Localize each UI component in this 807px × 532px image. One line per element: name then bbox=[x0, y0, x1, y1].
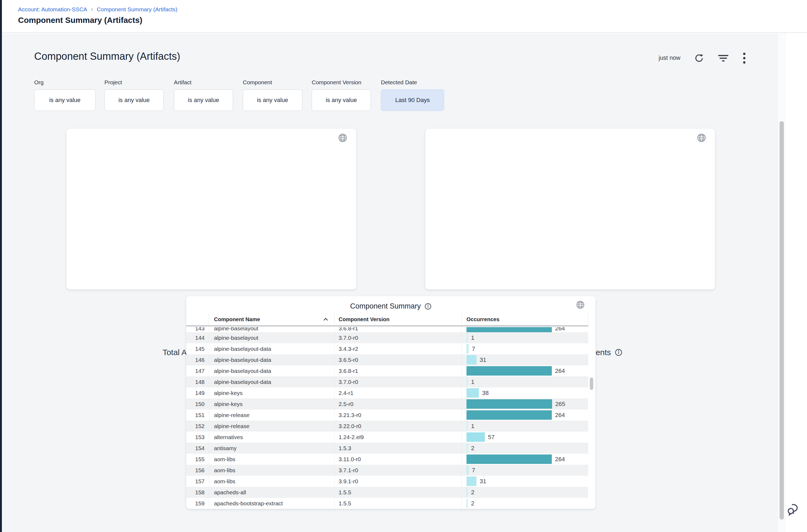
table-row[interactable]: 158apacheds-all1.5.52 bbox=[186, 487, 588, 498]
breadcrumb-page-link[interactable]: Component Summary (Artifacts) bbox=[97, 6, 177, 13]
component-version-column-header[interactable]: Component Version bbox=[334, 314, 462, 325]
dashboard-page: Account: Automation-SSCA › Component Sum… bbox=[0, 0, 807, 532]
component-name-cell: alpine-release bbox=[209, 410, 334, 420]
table-row[interactable]: 152alpine-release3.22.0-r01 bbox=[186, 420, 588, 432]
row-number-column-header bbox=[186, 314, 209, 325]
row-number: 149 bbox=[186, 387, 209, 398]
occurrence-bar bbox=[466, 454, 552, 464]
component-version-cell: 3.6.5-r0 bbox=[334, 354, 462, 365]
occurrence-bar bbox=[466, 499, 468, 508]
component-version-cell: 2.5-r0 bbox=[334, 398, 462, 410]
component-version-cell: 3.4.3-r2 bbox=[334, 343, 462, 354]
occurrences-cell: 264 bbox=[462, 365, 588, 376]
table-row[interactable]: 145alpine-baselayout-data3.4.3-r27 bbox=[186, 343, 588, 354]
filter-label-component-version: Component Version bbox=[312, 79, 361, 86]
occurrence-bar bbox=[466, 327, 552, 332]
occurrences-cell: 264 bbox=[462, 327, 588, 332]
occurrence-value: 264 bbox=[555, 365, 565, 376]
filter-value-component-version[interactable]: is any value bbox=[312, 89, 371, 111]
globe-icon[interactable] bbox=[697, 133, 706, 142]
filter-value-artifact[interactable]: is any value bbox=[174, 89, 233, 111]
component-name-cell: aom-libs bbox=[209, 476, 334, 487]
component-version-cell: 3.7.1-r0 bbox=[334, 465, 462, 476]
table-scrollbar-thumb[interactable] bbox=[590, 378, 593, 390]
kebab-menu-icon[interactable] bbox=[741, 52, 747, 64]
occurrences-column-header[interactable]: Occurrences bbox=[462, 314, 588, 325]
row-number: 143 bbox=[186, 327, 209, 332]
row-number: 159 bbox=[186, 498, 209, 509]
row-number: 151 bbox=[186, 410, 209, 420]
table-row[interactable]: 159apacheds-bootstrap-extract1.5.52 bbox=[186, 498, 588, 509]
component-summary-table-card: Component Summary Component Name bbox=[186, 296, 595, 509]
support-chat-icon[interactable] bbox=[786, 501, 801, 517]
occurrence-value: 57 bbox=[488, 432, 495, 443]
table-row[interactable]: 157aom-libs3.9.1-r031 bbox=[186, 476, 588, 487]
table-row[interactable]: 151alpine-release3.21.3-r0264 bbox=[186, 410, 588, 420]
row-number: 157 bbox=[186, 476, 209, 487]
table-row[interactable]: 154antisamy1.5.32 bbox=[186, 443, 588, 454]
component-version-cell: 3.11.0-r0 bbox=[334, 454, 462, 465]
occurrence-bar bbox=[466, 410, 552, 420]
globe-icon[interactable] bbox=[338, 133, 347, 142]
occurrences-cell: 31 bbox=[462, 476, 588, 487]
filter-label-project: Project bbox=[104, 79, 122, 86]
occurrence-bar bbox=[466, 333, 468, 342]
occurrence-value: 7 bbox=[472, 465, 475, 476]
table-row[interactable]: 150alpine-keys2.5-r0265 bbox=[186, 398, 588, 410]
refresh-icon[interactable] bbox=[694, 53, 704, 63]
occurrence-value: 264 bbox=[555, 327, 565, 332]
filter-value-detected-date[interactable]: Last 90 Days bbox=[381, 89, 444, 111]
dashboard-title: Component Summary (Artifacts) bbox=[34, 51, 180, 62]
info-icon[interactable] bbox=[424, 303, 431, 310]
page-scrollbar-thumb[interactable] bbox=[780, 121, 784, 519]
occurrences-cell: 57 bbox=[462, 432, 588, 443]
occurrence-value: 2 bbox=[471, 487, 474, 498]
component-version-cell: 1.5.5 bbox=[334, 487, 462, 498]
component-name-cell: apacheds-all bbox=[209, 487, 334, 498]
component-name-column-header[interactable]: Component Name bbox=[209, 314, 334, 325]
table-row[interactable]: 147alpine-baselayout-data3.6.8-r1264 bbox=[186, 365, 588, 376]
table-row[interactable]: 146alpine-baselayout-data3.6.5-r031 bbox=[186, 354, 588, 365]
component-version-cell: 3.6.8-r1 bbox=[334, 365, 462, 376]
occurrence-bar bbox=[466, 432, 485, 442]
occurrences-cell: 1 bbox=[462, 376, 588, 387]
occurrences-cell: 7 bbox=[462, 465, 588, 476]
occurrence-value: 1 bbox=[471, 420, 474, 432]
table-row[interactable]: 149alpine-keys2.4-r138 bbox=[186, 387, 588, 398]
occurrence-value: 264 bbox=[555, 454, 565, 465]
collapsed-nav-edge bbox=[0, 0, 2, 532]
row-number: 147 bbox=[186, 365, 209, 376]
row-number: 154 bbox=[186, 443, 209, 454]
filter-label-detected-date: Detected Date bbox=[381, 79, 417, 86]
table-row[interactable]: 155aom-libs3.11.0-r0264 bbox=[186, 454, 588, 465]
table-row[interactable]: 148alpine-baselayout-data3.7.0-r01 bbox=[186, 376, 588, 387]
occurrences-cell: 2 bbox=[462, 498, 588, 509]
occurrences-cell: 7 bbox=[462, 343, 588, 354]
filter-value-component[interactable]: is any value bbox=[243, 89, 302, 111]
clipped-table-row: 143alpine-baselayout3.6.8-r1264 bbox=[186, 327, 588, 332]
occurrence-value: 31 bbox=[480, 476, 486, 487]
filter-value-project[interactable]: is any value bbox=[104, 89, 164, 111]
occurrence-bar bbox=[466, 477, 477, 486]
occurrence-bar bbox=[466, 344, 469, 354]
component-name-cell: alpine-release bbox=[209, 420, 334, 432]
component-name-cell: apacheds-bootstrap-extract bbox=[209, 498, 334, 509]
occurrences-cell: 38 bbox=[462, 387, 588, 398]
filter-value-org[interactable]: is any value bbox=[34, 89, 96, 111]
occurrence-value: 31 bbox=[480, 354, 486, 365]
row-number: 152 bbox=[186, 420, 209, 432]
occurrences-cell: 1 bbox=[462, 332, 588, 343]
table-row[interactable]: 144alpine-baselayout3.7.0-r01 bbox=[186, 332, 588, 343]
filter-icon[interactable] bbox=[717, 54, 729, 63]
occurrence-value: 38 bbox=[482, 387, 488, 398]
occurrences-cell: 1 bbox=[462, 420, 588, 432]
table-row[interactable]: 143alpine-baselayout3.6.8-r1264 bbox=[186, 327, 588, 332]
breadcrumb-account-link[interactable]: Account: Automation-SSCA bbox=[18, 6, 87, 13]
component-version-cell: 3.21.3-r0 bbox=[334, 410, 462, 420]
table-row[interactable]: 156aom-libs3.7.1-r07 bbox=[186, 465, 588, 476]
occurrence-value: 2 bbox=[471, 498, 474, 509]
occurrence-bar bbox=[466, 466, 469, 475]
table-row[interactable]: 153alternatives1.24-2.el957 bbox=[186, 432, 588, 443]
info-icon[interactable] bbox=[615, 349, 622, 356]
sort-ascending-icon[interactable] bbox=[323, 318, 328, 321]
